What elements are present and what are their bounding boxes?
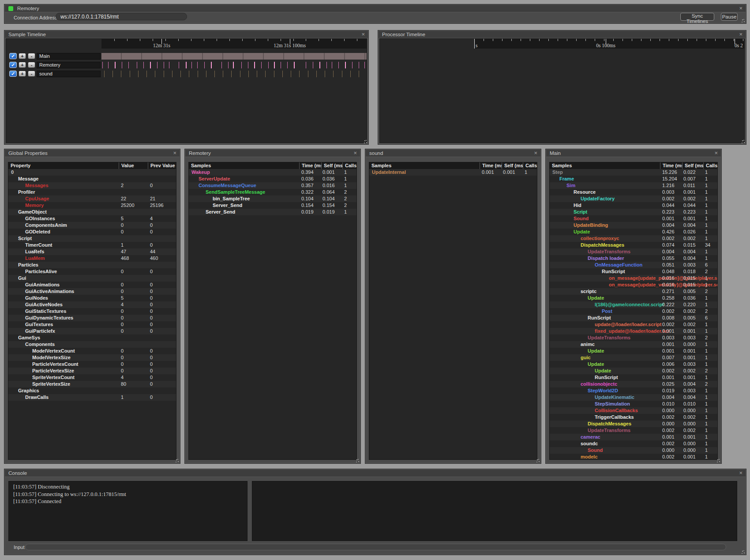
- sample-row[interactable]: bin_SampleTree0.1040.1042: [189, 195, 356, 202]
- resize-grip[interactable]: [741, 549, 745, 553]
- timeline-track[interactable]: [101, 71, 367, 77]
- zoom-out-button[interactable]: -: [28, 62, 35, 68]
- sample-row[interactable]: Update0.4260.0261: [550, 229, 717, 235]
- property-row[interactable]: GODeleted00: [8, 229, 176, 235]
- resize-grip[interactable]: [741, 18, 745, 22]
- sample-row[interactable]: on_message[update_position]@/game/player…: [550, 275, 717, 282]
- main-window-titlebar[interactable]: Remotery ×: [5, 5, 746, 12]
- sample-row[interactable]: UpdateKinematic0.0040.0041: [550, 394, 717, 401]
- property-row[interactable]: GuiStaticTextures00: [8, 308, 176, 315]
- property-row[interactable]: GuiActiveAnimations00: [8, 288, 176, 295]
- close-icon[interactable]: ×: [534, 150, 537, 157]
- remotery-samples-titlebar[interactable]: Remotery ×: [185, 150, 360, 157]
- sample-row[interactable]: CollisionCallbacks0.0000.0001: [550, 407, 717, 414]
- resize-grip[interactable]: [536, 458, 540, 462]
- close-icon[interactable]: ×: [173, 150, 176, 157]
- sample-row[interactable]: UpdateTransforms0.0020.0021: [550, 427, 717, 434]
- property-row[interactable]: GuiNodes50: [8, 295, 176, 301]
- sample-row[interactable]: UpdateTransforms0.0040.0041: [550, 248, 717, 255]
- sample-row[interactable]: OnMessageFunction0.0510.0036: [550, 262, 717, 268]
- property-row[interactable]: LuaRefs4744: [8, 248, 176, 255]
- sample-row[interactable]: soundc0.0020.0001: [550, 440, 717, 447]
- resize-grip[interactable]: [363, 139, 367, 143]
- property-row[interactable]: SpriteVertexCount40: [8, 374, 176, 381]
- property-row[interactable]: CpuUsage2221: [8, 195, 176, 202]
- sample-row[interactable]: Resource0.0030.0011: [550, 189, 717, 195]
- timeline-track[interactable]: [101, 53, 367, 60]
- sample-row[interactable]: DispatchMessages0.0740.01534: [550, 242, 717, 248]
- sample-row[interactable]: Update0.0010.0011: [550, 348, 717, 354]
- sample-row[interactable]: RunScript0.0010.0011: [550, 374, 717, 381]
- timeline-track[interactable]: [101, 62, 367, 68]
- sample-timeline-canvas[interactable]: 12m 31s12m 31s 100ms✓+-Main✓+-Remotery✓+…: [6, 38, 367, 143]
- zoom-in-button[interactable]: +: [19, 53, 26, 59]
- sample-row[interactable]: camerac0.0010.0011: [550, 434, 717, 440]
- sample-row[interactable]: Step15.2260.0221: [550, 169, 717, 176]
- thread-name-cell[interactable]: sound: [37, 71, 101, 77]
- resize-grip[interactable]: [355, 458, 359, 462]
- console-output-area[interactable]: [252, 481, 737, 541]
- property-row[interactable]: GuiDynamicTextures00: [8, 315, 176, 321]
- sample-row[interactable]: collisionobjectc0.0250.0042: [550, 381, 717, 387]
- sample-row[interactable]: UpdateFactory0.0020.0021: [550, 195, 717, 202]
- connection-address-input[interactable]: [56, 13, 187, 20]
- property-row[interactable]: Script: [8, 235, 176, 242]
- sample-row[interactable]: TriggerCallbacks0.0020.0021: [550, 414, 717, 421]
- resize-grip[interactable]: [741, 139, 745, 143]
- pause-button[interactable]: Pause: [721, 13, 738, 21]
- processor-timeline-ruler[interactable]: s0s 100ms0s 2: [474, 39, 744, 49]
- property-row[interactable]: Particles: [8, 262, 176, 268]
- sample-row[interactable]: UpdateBinding0.0040.0041: [550, 222, 717, 229]
- sample-row[interactable]: Sound0.0010.0011: [550, 215, 717, 222]
- sample-row[interactable]: on_message[update_velocity]@/game/player…: [550, 282, 717, 288]
- sample-row[interactable]: RunScript0.0080.0056: [550, 315, 717, 321]
- global-properties-titlebar[interactable]: Global Properties ×: [5, 150, 180, 157]
- property-row[interactable]: ParticlesAlive00: [8, 268, 176, 275]
- sync-timelines-button[interactable]: Sync Timelines: [680, 13, 714, 21]
- sample-timeline-ruler[interactable]: 12m 31s12m 31s 100ms: [101, 39, 367, 49]
- processor-timeline-canvas[interactable]: s0s 100ms0s 2: [379, 38, 745, 143]
- sample-row[interactable]: ServerUpdate0.0360.0361: [189, 176, 356, 182]
- zoom-in-button[interactable]: +: [19, 62, 26, 68]
- close-icon[interactable]: ×: [739, 31, 742, 38]
- sample-row[interactable]: ConsumeMessageQueue0.3570.0161: [189, 182, 356, 189]
- sample-row[interactable]: modelc0.0020.0011: [550, 454, 717, 460]
- sample-row[interactable]: UpdateInternal0.0010.0011: [369, 169, 537, 176]
- property-row[interactable]: GuiTextures00: [8, 321, 176, 328]
- sample-row[interactable]: Script0.2230.2231: [550, 209, 717, 215]
- property-row[interactable]: LuaMem468460: [8, 255, 176, 262]
- sample-row[interactable]: Server_Send0.1540.1542: [189, 202, 356, 209]
- property-row[interactable]: TimerCount10: [8, 242, 176, 248]
- close-icon[interactable]: ×: [739, 5, 742, 12]
- sample-row[interactable]: fixed_update@/loader/loader.scr0.0010.00…: [550, 328, 717, 334]
- property-row[interactable]: ParticleVertexSize00: [8, 368, 176, 374]
- sound-samples-titlebar[interactable]: sound ×: [366, 150, 540, 157]
- sample-row[interactable]: l(186)@game/connector.script0.2220.2201: [550, 301, 717, 308]
- property-row[interactable]: Messages20: [8, 182, 176, 189]
- sample-row[interactable]: Wakeup0.3940.0011: [189, 169, 356, 176]
- sample-row[interactable]: StepWorld2D0.0190.0031: [550, 387, 717, 394]
- sample-row[interactable]: scriptc0.2710.0052: [550, 288, 717, 295]
- sample-row[interactable]: Server_Send0.0190.0191: [189, 209, 356, 215]
- sample-row[interactable]: Update0.0060.0031: [550, 361, 717, 368]
- sample-row[interactable]: Hid0.0440.0441: [550, 202, 717, 209]
- sample-row[interactable]: Sound0.0000.0001: [550, 447, 717, 454]
- property-row[interactable]: Graphics: [8, 387, 176, 394]
- sample-row[interactable]: animc0.0010.0001: [550, 341, 717, 348]
- sample-timeline-titlebar[interactable]: Sample Timeline ×: [5, 31, 368, 38]
- sample-row[interactable]: StepSimulation0.0100.0101: [550, 401, 717, 407]
- property-row[interactable]: Profiler: [8, 189, 176, 195]
- console-log-area[interactable]: [11:03:57] Disconnecting[11:03:57] Conne…: [8, 481, 248, 541]
- sample-row[interactable]: DispatchMessages0.0000.0001: [550, 421, 717, 427]
- close-icon[interactable]: ×: [353, 150, 357, 157]
- row-checkbox[interactable]: ✓: [9, 53, 17, 59]
- property-row[interactable]: DrawCalls10: [8, 394, 176, 401]
- sample-row[interactable]: Update0.0020.0022: [550, 368, 717, 374]
- property-row[interactable]: GuiParticlefx00: [8, 328, 176, 334]
- sample-row[interactable]: Post0.0020.0022: [550, 308, 717, 315]
- property-row[interactable]: 0: [8, 169, 176, 176]
- close-icon[interactable]: ×: [361, 31, 365, 38]
- sample-row[interactable]: UpdateTransforms0.0030.0032: [550, 334, 717, 341]
- thread-name-cell[interactable]: Main: [37, 53, 101, 60]
- sample-row[interactable]: Frame15.2040.0071: [550, 176, 717, 182]
